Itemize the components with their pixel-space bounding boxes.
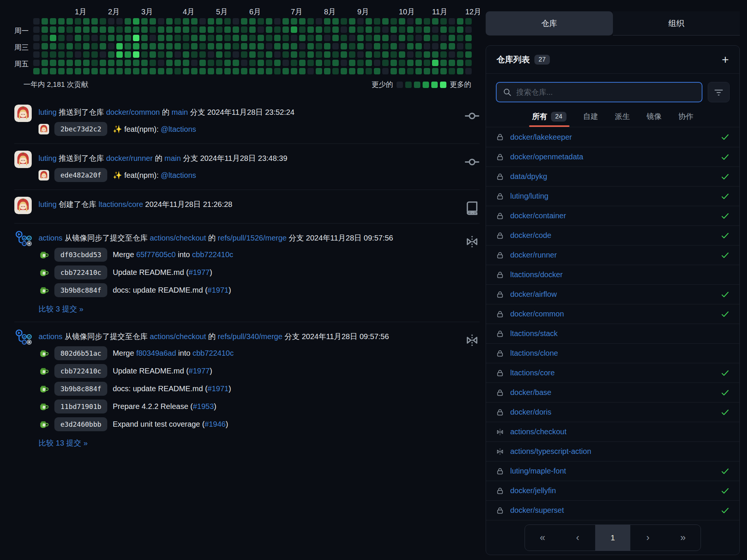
- repo-link[interactable]: docker/superset: [510, 506, 715, 515]
- heatmap-cell: [133, 43, 139, 49]
- commit-author-avatar[interactable]: [39, 401, 49, 412]
- repo-link[interactable]: ltactions/core: [510, 369, 715, 377]
- repo-link[interactable]: docker/common: [510, 310, 715, 318]
- page-current[interactable]: 1: [595, 525, 630, 551]
- heatmap-cell: [274, 51, 281, 58]
- filter-tab[interactable]: 派生: [615, 111, 630, 127]
- repo-link[interactable]: actions/checkout: [510, 427, 715, 436]
- repo-link[interactable]: luting/luting: [510, 192, 715, 201]
- commit-author-avatar[interactable]: [39, 285, 49, 296]
- repo-link[interactable]: data/dpykg: [510, 172, 715, 181]
- commit-author-avatar[interactable]: [39, 366, 49, 376]
- commit-hash-badge[interactable]: cbb722410c: [54, 265, 107, 279]
- feed-link[interactable]: #1977: [189, 367, 210, 375]
- feed-link[interactable]: #1977: [189, 268, 210, 276]
- commit-author-avatar[interactable]: [39, 124, 49, 134]
- page-next-button[interactable]: ›: [630, 525, 665, 551]
- feed-link[interactable]: luting: [39, 108, 57, 116]
- feed-link[interactable]: cbb722410c: [192, 250, 233, 259]
- feed-link[interactable]: #1971: [208, 286, 229, 294]
- commit-hash-badge[interactable]: 11bd71901b: [54, 400, 107, 413]
- feed-link[interactable]: luting: [39, 200, 57, 208]
- compare-commits-link[interactable]: 比较 3 提交 »: [39, 304, 83, 314]
- lock-icon: [496, 173, 504, 181]
- repo-link[interactable]: docker/container: [510, 211, 715, 220]
- page-prev-button[interactable]: ‹: [560, 525, 595, 551]
- commit-hash-badge[interactable]: 3b9b8c884f: [54, 283, 107, 297]
- feed-link[interactable]: actions: [39, 234, 62, 242]
- commit-author-avatar[interactable]: [39, 170, 49, 180]
- feed-link[interactable]: 65f77605c0: [136, 250, 176, 259]
- filter-tab[interactable]: 协作: [678, 111, 693, 127]
- commit-author-avatar[interactable]: [39, 250, 49, 260]
- heatmap-cell: [108, 43, 114, 49]
- repo-link[interactable]: docker/jellyfin: [510, 486, 715, 495]
- repo-link[interactable]: docker/code: [510, 231, 715, 240]
- feed-link[interactable]: refs/pull/1526/merge: [218, 234, 287, 242]
- commit-hash-badge[interactable]: 802d6b51ac: [54, 346, 107, 360]
- repo-link[interactable]: docker/doris: [510, 408, 715, 417]
- feed-link[interactable]: cbb722410c: [193, 349, 234, 357]
- repo-filter-button[interactable]: [708, 82, 730, 102]
- repo-link[interactable]: actions/typescript-action: [510, 447, 715, 456]
- heatmap-cell: [75, 68, 81, 74]
- heatmap-cell: [208, 43, 214, 49]
- commit-author-avatar[interactable]: [39, 419, 49, 430]
- commit-hash-badge[interactable]: df03cbdd53: [54, 248, 107, 262]
- commit-author-avatar[interactable]: [39, 267, 49, 278]
- feed-link[interactable]: main: [164, 154, 181, 162]
- commit-hash-badge[interactable]: e3d2460bbb: [54, 417, 107, 431]
- feed-link[interactable]: #1946: [205, 420, 226, 428]
- commit-hash-badge[interactable]: cbb722410c: [54, 364, 107, 378]
- repo-row: docker/base: [486, 383, 739, 402]
- heatmap-cell: [374, 60, 380, 66]
- user-avatar[interactable]: [14, 151, 32, 168]
- repo-link[interactable]: docker/runner: [510, 251, 715, 259]
- repo-link[interactable]: docker/openmetadata: [510, 153, 715, 161]
- repo-search-input[interactable]: [516, 88, 696, 97]
- repo-link[interactable]: docker/lakekeeper: [510, 133, 715, 142]
- feed-link[interactable]: #1971: [208, 384, 229, 393]
- feed-link[interactable]: luting: [39, 154, 57, 162]
- actions-avatar[interactable]: [14, 329, 32, 346]
- page-first-button[interactable]: «: [525, 525, 560, 551]
- feed-link[interactable]: #1953: [193, 402, 214, 410]
- actions-avatar[interactable]: [14, 230, 32, 248]
- feed-link[interactable]: actions: [39, 332, 62, 341]
- user-avatar[interactable]: [14, 105, 32, 122]
- filter-tab[interactable]: 所有 24: [532, 111, 566, 127]
- repo-link[interactable]: docker/base: [510, 388, 715, 397]
- repo-link[interactable]: ltactions/clone: [510, 349, 715, 358]
- heatmap-cell: [291, 51, 297, 58]
- feed-link[interactable]: actions/checkout: [150, 234, 206, 242]
- feed-link[interactable]: ltactions/core: [99, 200, 143, 208]
- compare-commits-link[interactable]: 比较 13 提交 »: [39, 438, 88, 448]
- feed-link[interactable]: docker/runner: [106, 154, 153, 162]
- feed-link[interactable]: main: [171, 108, 188, 116]
- commit-author-avatar[interactable]: [39, 348, 49, 359]
- repo-link[interactable]: ltactions/stack: [510, 329, 715, 338]
- feed-link[interactable]: f80349a6ad: [136, 349, 176, 357]
- repo-link[interactable]: ltactions/docker: [510, 270, 715, 279]
- heatmap-cell: [332, 43, 339, 49]
- filter-tab[interactable]: 自建: [583, 111, 598, 127]
- repo-link[interactable]: docker/airflow: [510, 290, 715, 299]
- user-avatar[interactable]: [14, 197, 32, 214]
- commit-hash-badge[interactable]: 3b9b8c884f: [54, 382, 107, 396]
- feed-link[interactable]: docker/common: [106, 108, 160, 116]
- commit-author-avatar[interactable]: [39, 384, 49, 394]
- page-last-button[interactable]: »: [665, 525, 701, 551]
- commit-hash-badge[interactable]: 2bec73d2c2: [54, 122, 107, 136]
- repo-search-box[interactable]: [496, 82, 702, 102]
- feed-link[interactable]: actions/checkout: [150, 332, 206, 341]
- repo-link[interactable]: luting/maple-font: [510, 467, 715, 475]
- feed-link[interactable]: @ltactions: [161, 171, 196, 179]
- feed-link[interactable]: @ltactions: [161, 125, 196, 133]
- heatmap-cell: [382, 68, 389, 74]
- add-repo-button[interactable]: +: [722, 54, 729, 66]
- filter-tab[interactable]: 镜像: [647, 111, 662, 127]
- sidebar-tab-orgs[interactable]: 组织: [613, 11, 740, 35]
- feed-link[interactable]: refs/pull/340/merge: [218, 332, 282, 341]
- commit-hash-badge[interactable]: ede482a20f: [54, 168, 107, 182]
- sidebar-tab-repos[interactable]: 仓库: [486, 11, 613, 35]
